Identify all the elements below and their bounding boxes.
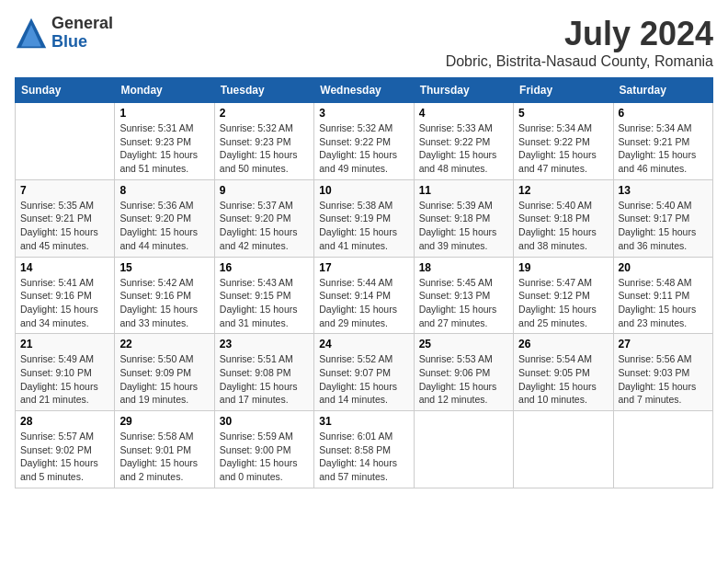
calendar-cell: 3Sunrise: 5:32 AMSunset: 9:22 PMDaylight…	[314, 103, 414, 180]
calendar-cell: 11Sunrise: 5:39 AMSunset: 9:18 PMDayligh…	[414, 179, 513, 257]
day-number: 23	[220, 338, 309, 350]
day-info: Sunrise: 6:01 AMSunset: 8:58 PMDaylight:…	[319, 430, 408, 484]
day-number: 20	[619, 261, 708, 274]
day-number: 3	[319, 107, 408, 120]
week-row-2: 7Sunrise: 5:35 AMSunset: 9:21 PMDaylight…	[16, 179, 713, 257]
day-info: Sunrise: 5:34 AMSunset: 9:21 PMDaylight:…	[619, 121, 708, 176]
header-day-wednesday: Wednesday	[314, 78, 414, 103]
calendar-cell: 22Sunrise: 5:50 AMSunset: 9:09 PMDayligh…	[115, 334, 214, 411]
calendar-cell: 27Sunrise: 5:56 AMSunset: 9:03 PMDayligh…	[613, 334, 712, 411]
day-info: Sunrise: 5:49 AMSunset: 9:10 PMDaylight:…	[20, 352, 109, 407]
day-number: 25	[419, 338, 508, 350]
calendar-cell: 18Sunrise: 5:45 AMSunset: 9:13 PMDayligh…	[414, 257, 513, 334]
day-number: 26	[518, 338, 608, 350]
day-number: 11	[419, 184, 508, 197]
calendar-cell: 16Sunrise: 5:43 AMSunset: 9:15 PMDayligh…	[214, 257, 313, 334]
header-day-monday: Monday	[115, 78, 214, 103]
day-info: Sunrise: 5:41 AMSunset: 9:16 PMDaylight:…	[20, 276, 109, 330]
location-subtitle: Dobric, Bistrita-Nasaud County, Romania	[446, 53, 713, 70]
day-number: 29	[119, 415, 209, 428]
calendar-table: SundayMondayTuesdayWednesdayThursdayFrid…	[15, 77, 713, 488]
calendar-cell: 26Sunrise: 5:54 AMSunset: 9:05 PMDayligh…	[514, 334, 613, 411]
day-number: 17	[319, 261, 408, 274]
day-number: 6	[619, 107, 708, 120]
calendar-cell: 2Sunrise: 5:32 AMSunset: 9:23 PMDaylight…	[214, 103, 313, 180]
calendar-cell	[414, 411, 513, 488]
day-info: Sunrise: 5:32 AMSunset: 9:23 PMDaylight:…	[220, 121, 309, 176]
header-row: SundayMondayTuesdayWednesdayThursdayFrid…	[16, 78, 713, 103]
day-info: Sunrise: 5:39 AMSunset: 9:18 PMDaylight:…	[419, 199, 508, 253]
day-info: Sunrise: 5:40 AMSunset: 9:18 PMDaylight:…	[518, 199, 608, 253]
day-number: 19	[518, 261, 608, 274]
title-area: July 2024 Dobric, Bistrita-Nasaud County…	[446, 15, 713, 70]
day-info: Sunrise: 5:40 AMSunset: 9:17 PMDaylight:…	[619, 199, 708, 253]
day-number: 1	[119, 107, 209, 120]
day-info: Sunrise: 5:54 AMSunset: 9:05 PMDaylight:…	[518, 352, 608, 407]
day-info: Sunrise: 5:36 AMSunset: 9:20 PMDaylight:…	[119, 199, 209, 253]
day-number: 4	[419, 107, 508, 120]
logo-text: General Blue	[51, 15, 113, 52]
header-day-thursday: Thursday	[414, 78, 513, 103]
day-number: 31	[319, 415, 408, 428]
calendar-cell: 17Sunrise: 5:44 AMSunset: 9:14 PMDayligh…	[314, 257, 414, 334]
logo-general: General	[51, 15, 113, 33]
day-number: 8	[119, 184, 209, 197]
calendar-cell: 8Sunrise: 5:36 AMSunset: 9:20 PMDaylight…	[115, 179, 214, 257]
day-info: Sunrise: 5:52 AMSunset: 9:07 PMDaylight:…	[319, 352, 408, 407]
day-info: Sunrise: 5:38 AMSunset: 9:19 PMDaylight:…	[319, 199, 408, 253]
day-number: 9	[220, 184, 309, 197]
day-number: 30	[220, 415, 309, 428]
calendar-cell: 4Sunrise: 5:33 AMSunset: 9:22 PMDaylight…	[414, 103, 513, 180]
logo-blue: Blue	[51, 33, 113, 52]
header-day-saturday: Saturday	[613, 78, 712, 103]
day-number: 12	[518, 184, 608, 197]
day-info: Sunrise: 5:32 AMSunset: 9:22 PMDaylight:…	[319, 121, 408, 176]
day-info: Sunrise: 5:37 AMSunset: 9:20 PMDaylight:…	[220, 199, 309, 253]
calendar-cell: 30Sunrise: 5:59 AMSunset: 9:00 PMDayligh…	[214, 411, 313, 488]
calendar-cell: 13Sunrise: 5:40 AMSunset: 9:17 PMDayligh…	[613, 179, 712, 257]
calendar-cell: 15Sunrise: 5:42 AMSunset: 9:16 PMDayligh…	[115, 257, 214, 334]
calendar-cell: 12Sunrise: 5:40 AMSunset: 9:18 PMDayligh…	[514, 179, 613, 257]
day-info: Sunrise: 5:50 AMSunset: 9:09 PMDaylight:…	[119, 352, 209, 407]
week-row-1: 1Sunrise: 5:31 AMSunset: 9:23 PMDaylight…	[16, 103, 713, 180]
day-info: Sunrise: 5:45 AMSunset: 9:13 PMDaylight:…	[419, 276, 508, 330]
calendar-cell	[16, 103, 115, 180]
day-info: Sunrise: 5:35 AMSunset: 9:21 PMDaylight:…	[20, 199, 109, 253]
calendar-body: 1Sunrise: 5:31 AMSunset: 9:23 PMDaylight…	[16, 103, 713, 488]
calendar-cell: 24Sunrise: 5:52 AMSunset: 9:07 PMDayligh…	[314, 334, 414, 411]
calendar-cell: 10Sunrise: 5:38 AMSunset: 9:19 PMDayligh…	[314, 179, 414, 257]
calendar-cell: 19Sunrise: 5:47 AMSunset: 9:12 PMDayligh…	[514, 257, 613, 334]
week-row-4: 21Sunrise: 5:49 AMSunset: 9:10 PMDayligh…	[16, 334, 713, 411]
calendar-cell: 23Sunrise: 5:51 AMSunset: 9:08 PMDayligh…	[214, 334, 313, 411]
day-info: Sunrise: 5:47 AMSunset: 9:12 PMDaylight:…	[518, 276, 608, 330]
day-info: Sunrise: 5:51 AMSunset: 9:08 PMDaylight:…	[220, 352, 309, 407]
day-info: Sunrise: 5:58 AMSunset: 9:01 PMDaylight:…	[119, 430, 209, 484]
day-number: 21	[20, 338, 109, 350]
calendar-cell: 21Sunrise: 5:49 AMSunset: 9:10 PMDayligh…	[16, 334, 115, 411]
calendar-cell: 31Sunrise: 6:01 AMSunset: 8:58 PMDayligh…	[314, 411, 414, 488]
day-number: 24	[319, 338, 408, 350]
calendar-cell: 14Sunrise: 5:41 AMSunset: 9:16 PMDayligh…	[16, 257, 115, 334]
logo: General Blue	[15, 15, 113, 52]
calendar-cell	[514, 411, 613, 488]
calendar-header: SundayMondayTuesdayWednesdayThursdayFrid…	[16, 78, 713, 103]
day-number: 18	[419, 261, 508, 274]
header-day-sunday: Sunday	[16, 78, 115, 103]
day-info: Sunrise: 5:53 AMSunset: 9:06 PMDaylight:…	[419, 352, 508, 407]
calendar-cell: 20Sunrise: 5:48 AMSunset: 9:11 PMDayligh…	[613, 257, 712, 334]
calendar-cell: 1Sunrise: 5:31 AMSunset: 9:23 PMDaylight…	[115, 103, 214, 180]
day-number: 2	[220, 107, 309, 120]
header-day-tuesday: Tuesday	[214, 78, 313, 103]
day-info: Sunrise: 5:42 AMSunset: 9:16 PMDaylight:…	[119, 276, 209, 330]
logo-icon	[15, 17, 48, 50]
header-day-friday: Friday	[514, 78, 613, 103]
calendar-cell: 29Sunrise: 5:58 AMSunset: 9:01 PMDayligh…	[115, 411, 214, 488]
week-row-5: 28Sunrise: 5:57 AMSunset: 9:02 PMDayligh…	[16, 411, 713, 488]
calendar-cell	[613, 411, 712, 488]
day-info: Sunrise: 5:34 AMSunset: 9:22 PMDaylight:…	[518, 121, 608, 176]
month-title: July 2024	[446, 15, 713, 53]
calendar-cell: 25Sunrise: 5:53 AMSunset: 9:06 PMDayligh…	[414, 334, 513, 411]
day-number: 22	[119, 338, 209, 350]
day-number: 27	[619, 338, 708, 350]
day-info: Sunrise: 5:44 AMSunset: 9:14 PMDaylight:…	[319, 276, 408, 330]
